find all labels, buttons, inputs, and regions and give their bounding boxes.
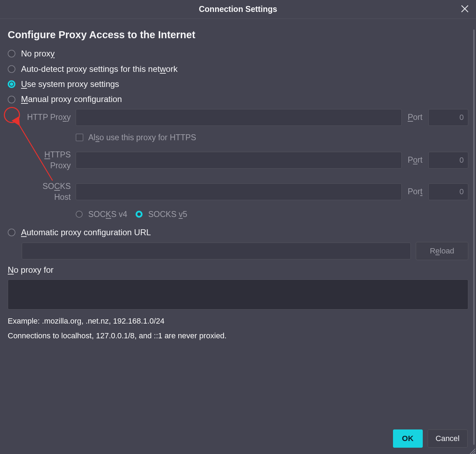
socks-host-input[interactable] bbox=[76, 183, 402, 200]
radio-icon bbox=[76, 211, 83, 218]
https-port-input[interactable] bbox=[428, 152, 468, 169]
dialog-body: Configure Proxy Access to the Internet N… bbox=[0, 19, 476, 454]
option-no-proxy[interactable]: No proxy bbox=[8, 48, 468, 59]
option-label: Use system proxy settings bbox=[21, 79, 119, 90]
option-label: No proxy bbox=[21, 48, 55, 59]
https-port-label: Port bbox=[405, 155, 426, 165]
no-proxy-example: Example: .mozilla.org, .net.nz, 192.168.… bbox=[8, 316, 468, 326]
option-manual[interactable]: Manual proxy configuration bbox=[8, 94, 468, 105]
cancel-button[interactable]: Cancel bbox=[428, 429, 468, 448]
dialog-title: Connection Settings bbox=[199, 4, 277, 15]
no-proxy-for-label: No proxy for bbox=[8, 264, 468, 276]
close-icon[interactable] bbox=[460, 4, 470, 14]
http-proxy-input[interactable] bbox=[76, 109, 402, 126]
resize-grip-icon[interactable] bbox=[468, 446, 475, 453]
option-auto-detect[interactable]: Auto-detect proxy settings for this netw… bbox=[8, 63, 468, 75]
radio-icon bbox=[8, 50, 15, 57]
http-port-input[interactable] bbox=[428, 109, 468, 126]
http-port-label: Port bbox=[405, 112, 426, 123]
checkbox-icon bbox=[76, 134, 83, 141]
socks-port-label: Port bbox=[405, 186, 426, 197]
reload-button[interactable]: Reload bbox=[416, 242, 468, 260]
http-proxy-row: HTTP Proxy Port bbox=[24, 109, 468, 126]
manual-proxy-block: HTTP Proxy Port Also use this proxy for … bbox=[24, 109, 468, 220]
also-use-https-checkbox[interactable]: Also use this proxy for HTTPS bbox=[76, 132, 468, 143]
socks-host-row: SOCKS Host Port bbox=[24, 181, 468, 203]
radio-icon bbox=[8, 96, 15, 103]
titlebar: Connection Settings bbox=[0, 0, 476, 19]
radio-icon bbox=[136, 211, 143, 218]
ok-button[interactable]: OK bbox=[393, 429, 423, 448]
auto-url-row: Reload bbox=[22, 242, 468, 260]
checkbox-label: Also use this proxy for HTTPS bbox=[88, 132, 196, 143]
dialog-footer: OK Cancel bbox=[393, 429, 468, 448]
radio-icon bbox=[8, 80, 15, 88]
auto-url-input[interactable] bbox=[22, 243, 411, 259]
radio-icon bbox=[8, 65, 15, 73]
option-label: SOCKS v5 bbox=[148, 209, 187, 220]
socks-version-row: SOCKS v4 SOCKS v5 bbox=[76, 209, 468, 220]
https-proxy-label: HTTPS Proxy bbox=[24, 149, 73, 171]
section-heading: Configure Proxy Access to the Internet bbox=[8, 28, 468, 42]
socks-port-input[interactable] bbox=[428, 183, 468, 200]
radio-icon bbox=[8, 229, 15, 236]
option-label: Auto-detect proxy settings for this netw… bbox=[21, 63, 178, 75]
option-socks-v4[interactable]: SOCKS v4 bbox=[76, 209, 127, 220]
socks-host-label: SOCKS Host bbox=[24, 181, 73, 203]
localhost-note: Connections to localhost, 127.0.0.1/8, a… bbox=[8, 331, 468, 341]
option-use-system[interactable]: Use system proxy settings bbox=[8, 79, 468, 90]
no-proxy-for-textarea[interactable] bbox=[8, 279, 468, 310]
option-socks-v5[interactable]: SOCKS v5 bbox=[136, 209, 187, 220]
https-proxy-row: HTTPS Proxy Port bbox=[24, 149, 468, 171]
option-label: Manual proxy configuration bbox=[21, 94, 122, 105]
https-proxy-input[interactable] bbox=[76, 152, 402, 169]
option-label: Automatic proxy configuration URL bbox=[21, 227, 151, 238]
option-label: SOCKS v4 bbox=[88, 209, 127, 220]
option-auto-url[interactable]: Automatic proxy configuration URL bbox=[8, 227, 468, 238]
http-proxy-label: HTTP Proxy bbox=[24, 112, 73, 123]
